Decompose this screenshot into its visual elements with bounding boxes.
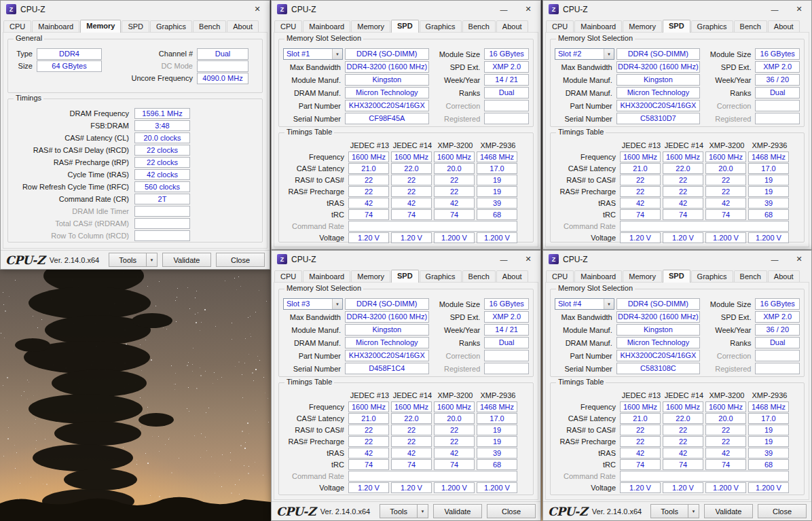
cpuz-logo: CPU-Z bbox=[5, 253, 45, 267]
close-icon[interactable]: ✕ bbox=[516, 1, 540, 18]
tools-dropdown-icon[interactable]: ▼ bbox=[688, 504, 699, 518]
cell: 22 bbox=[663, 425, 703, 435]
group-title: Memory Slot Selection bbox=[556, 284, 635, 292]
close-button[interactable]: Close bbox=[758, 504, 807, 518]
spd-ext-value: XMP 2.0 bbox=[484, 61, 529, 73]
spd-ext-label: SPD Ext. bbox=[435, 63, 485, 71]
table-row: Voltage 1.20 V 1.20 V 1.200 V 1.200 V bbox=[551, 232, 804, 243]
minimize-icon[interactable]: — bbox=[492, 251, 516, 268]
pine-tree-silhouette bbox=[12, 264, 175, 521]
fsb-dram-value: 3:48 bbox=[134, 120, 190, 131]
titlebar[interactable]: Z CPU-Z — ✕ bbox=[543, 1, 811, 18]
validate-button[interactable]: Validate bbox=[162, 253, 211, 267]
field-row: Module Manuf. Kingston Week/Year 14 / 21 bbox=[279, 323, 533, 336]
cell: 22 bbox=[348, 436, 389, 447]
module-type-value: DDR4 (SO-DIMM) bbox=[345, 48, 429, 60]
tab-spd[interactable]: SPD bbox=[391, 270, 419, 283]
field-row: Part Number KHX3200C20S4/16GX Correction bbox=[279, 99, 533, 112]
table-header-row: JEDEC #13 JEDEC #14 XMP-3200 XMP-2936 bbox=[279, 390, 533, 401]
tools-dropdown-icon[interactable]: ▼ bbox=[417, 504, 428, 518]
cell: 21.0 bbox=[348, 163, 389, 174]
field-row: Part Number KHX3200C20S4/16GX Correction bbox=[551, 349, 804, 362]
serial-number-value: C583108C bbox=[616, 363, 700, 374]
cell: 22 bbox=[348, 186, 389, 197]
window-title: CPU-Z bbox=[563, 5, 588, 14]
tab-spd[interactable]: SPD bbox=[391, 20, 419, 33]
module-size-value: 16 GBytes bbox=[755, 48, 800, 60]
tab-spd[interactable]: SPD bbox=[663, 20, 690, 33]
cell: 42 bbox=[348, 448, 389, 459]
close-button[interactable]: Close bbox=[487, 504, 536, 518]
tab-memory[interactable]: Memory bbox=[80, 20, 121, 33]
validate-button[interactable]: Validate bbox=[704, 504, 753, 518]
spd-ext-value: XMP 2.0 bbox=[755, 61, 800, 73]
bottom-bar: CPU-Z Ver. 2.14.0.x64 Tools ▼ Validate C… bbox=[1, 250, 270, 269]
table-row: Voltage 1.20 V 1.20 V 1.200 V 1.200 V bbox=[551, 482, 804, 493]
timing-row: Command Rate (CR) 2T bbox=[8, 193, 262, 205]
dram-manuf-label: DRAM Manuf. bbox=[283, 339, 345, 347]
validate-button[interactable]: Validate bbox=[433, 504, 482, 518]
cell: 68 bbox=[748, 209, 789, 220]
timings-table-group: Timings Table JEDEC #13 JEDEC #14 XMP-32… bbox=[278, 132, 534, 242]
slot-select[interactable]: Slot #3 ▼ bbox=[283, 298, 343, 310]
module-manuf-label: Module Manuf. bbox=[555, 76, 616, 84]
version-text: Ver. 2.14.0.x64 bbox=[50, 256, 99, 264]
table-row: RAS# Precharge 22 22 22 19 bbox=[551, 435, 804, 447]
cpuz-window-spd-slot2: Z CPU-Z — ✕ CPU Mainboard Memory SPD Gra… bbox=[542, 0, 812, 250]
col-header: XMP-3200 bbox=[705, 141, 748, 149]
general-row: Uncore Frequency 4090.0 MHz bbox=[8, 72, 262, 84]
chevron-down-icon[interactable]: ▼ bbox=[332, 299, 342, 309]
spd-tab-page: Memory Slot Selection Slot #2 ▼ DDR4 (SO… bbox=[545, 32, 809, 247]
titlebar[interactable]: Z CPU-Z — ✕ bbox=[272, 1, 540, 18]
tools-button[interactable]: Tools bbox=[109, 253, 146, 267]
titlebar[interactable]: Z CPU-Z — ✕ bbox=[543, 251, 811, 268]
module-manuf-label: Module Manuf. bbox=[283, 326, 345, 334]
correction-label: Correction bbox=[705, 352, 755, 360]
cell: 74 bbox=[663, 459, 703, 470]
col-header: JEDEC #14 bbox=[663, 141, 705, 149]
module-size-value: 16 GBytes bbox=[484, 298, 529, 310]
cell: 22 bbox=[434, 175, 475, 185]
correction-value bbox=[484, 350, 529, 361]
cell: 20.0 bbox=[705, 413, 746, 424]
cell: 1.20 V bbox=[391, 232, 432, 243]
timing-row: Row Refresh Cycle Time (tRFC) 560 clocks bbox=[8, 181, 262, 193]
type-value: DDR4 bbox=[37, 48, 102, 60]
titlebar[interactable]: Z CPU-Z ✕ bbox=[1, 1, 270, 18]
spd-ext-value: XMP 2.0 bbox=[484, 311, 529, 323]
slot-select[interactable]: Slot #2 ▼ bbox=[555, 48, 614, 60]
group-title: Memory Slot Selection bbox=[556, 34, 635, 42]
titlebar[interactable]: Z CPU-Z — ✕ bbox=[272, 251, 540, 268]
module-size-value: 16 GBytes bbox=[755, 298, 800, 310]
chevron-down-icon[interactable]: ▼ bbox=[604, 299, 614, 309]
tools-dropdown-icon[interactable]: ▼ bbox=[146, 253, 158, 267]
week-year-value: 14 / 21 bbox=[484, 324, 529, 336]
serial-number-label: Serial Number bbox=[555, 365, 616, 373]
minimize-icon[interactable]: — bbox=[762, 251, 787, 268]
cell: 39 bbox=[477, 448, 517, 459]
minimize-icon[interactable]: — bbox=[492, 1, 516, 18]
timings-table-group: Timings Table JEDEC #13 JEDEC #14 XMP-32… bbox=[550, 382, 805, 495]
serial-number-label: Serial Number bbox=[283, 365, 345, 373]
tools-button[interactable]: Tools bbox=[650, 504, 688, 518]
cell: 42 bbox=[391, 198, 432, 209]
serial-number-value: C58310D7 bbox=[616, 113, 700, 124]
slot-select[interactable]: Slot #1 ▼ bbox=[283, 48, 343, 60]
close-button[interactable]: Close bbox=[216, 253, 265, 267]
tools-button[interactable]: Tools bbox=[380, 504, 417, 518]
serial-number-value: D458F1C4 bbox=[345, 363, 429, 374]
slot-select[interactable]: Slot #4 ▼ bbox=[555, 298, 614, 310]
cell: 68 bbox=[477, 209, 517, 220]
registered-value bbox=[755, 113, 800, 124]
dram-manuf-label: DRAM Manuf. bbox=[283, 89, 345, 97]
uncore-frequency-label: Uncore Frequency bbox=[132, 74, 198, 82]
minimize-icon[interactable]: — bbox=[762, 1, 787, 18]
close-icon[interactable]: ✕ bbox=[787, 251, 811, 268]
close-icon[interactable]: ✕ bbox=[516, 251, 540, 268]
close-icon[interactable]: ✕ bbox=[787, 1, 811, 18]
chevron-down-icon[interactable]: ▼ bbox=[332, 49, 342, 59]
close-icon[interactable]: ✕ bbox=[245, 1, 270, 18]
timing-row: RAS# Precharge (tRP) 22 clocks bbox=[8, 156, 262, 168]
chevron-down-icon[interactable]: ▼ bbox=[604, 49, 614, 59]
tab-spd[interactable]: SPD bbox=[663, 270, 690, 283]
